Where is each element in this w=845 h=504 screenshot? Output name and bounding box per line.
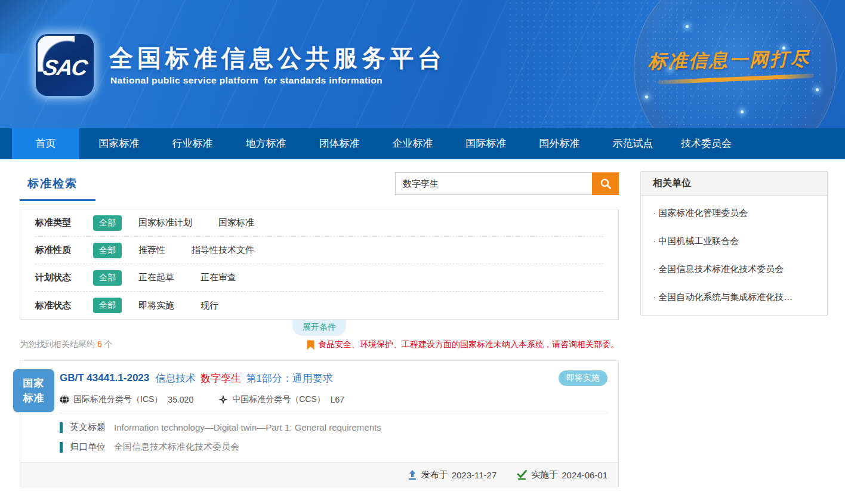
spark-decoration [741,110,744,113]
spark-decoration [686,25,689,28]
system-notice: 食品安全、环境保护、工程建设方面的国家标准未纳入本系统，请咨询相关部委。 [307,339,619,350]
filter-option[interactable]: 指导性技术文件 [192,245,254,256]
publish-upload-icon [408,470,417,480]
standard-code-link[interactable]: GB/T 43441.1-2023 [60,372,149,384]
implement-date-group: 实施于 2024-06-01 [517,469,607,481]
results-meta-row: 为您找到相关结果约6个 食品安全、环境保护、工程建设方面的国家标准未纳入本系统，… [20,339,619,350]
standard-title-suffix[interactable]: 第1部分：通用要求 [246,372,332,385]
english-title-value: Information technology—Digital twin—Part… [114,422,381,432]
card-separator [60,413,607,413]
search-group [395,172,619,195]
publish-date: 2023-11-27 [452,470,497,480]
nav-item-national-standards[interactable]: 国家标准 [85,128,153,159]
filter-label: 标准类型 [35,217,93,228]
filter-option[interactable]: 国家标准计划 [138,217,192,228]
ccs-label: 中国标准分类号（CCS） [232,394,325,405]
filter-box: 标准类型 全部 国家标准计划 国家标准 标准性质 全部 推荐性 指导性技术文件 … [20,209,619,320]
related-unit-link[interactable]: 全国信息技术标准化技术委员会 [641,255,827,283]
english-title-label: 英文标题 [70,422,106,433]
result-count: 为您找到相关结果约6个 [20,339,113,350]
search-icon [600,178,612,190]
header-slogan: 标准信息一网打尽 [648,47,811,75]
globe-icon [60,395,69,404]
bookmark-icon [307,340,314,350]
nav-item-home[interactable]: 首页 [12,128,79,159]
result-count-suffix: 个 [104,339,113,349]
filter-selected-all-badge[interactable]: 全部 [93,215,122,231]
filter-option[interactable]: 推荐性 [138,245,165,256]
nav-item-pilot[interactable]: 示范试点 [599,128,667,159]
filter-row-standard-status: 标准状态 全部 即将实施 现行 [35,292,603,319]
filter-label: 标准性质 [35,245,93,256]
filter-option[interactable]: 正在审查 [201,272,236,283]
search-section: 标准检索 [20,171,619,201]
filter-label: 计划状态 [35,272,93,283]
filter-label: 标准状态 [35,300,93,311]
implement-label: 实施于 [531,469,558,481]
teal-bar-decoration [60,422,63,433]
publish-label: 发布于 [421,469,448,481]
spark-decoration [645,95,648,98]
committee-row: 归口单位 全国信息技术标准化技术委员会 [60,441,607,453]
related-unit-link[interactable]: 全国自动化系统与集成标准化技… [641,283,827,311]
site-header: SAC 全国标准信息公共服务平台 National public service… [0,0,845,128]
section-title-standard-search: 标准检索 [20,171,95,201]
sac-logo[interactable]: SAC [36,34,94,96]
nav-item-local-standards[interactable]: 地方标准 [232,128,300,159]
nav-item-industry-standards[interactable]: 行业标准 [159,128,226,159]
notice-text: 食品安全、环境保护、工程建设方面的国家标准未纳入本系统，请咨询相关部委。 [318,339,619,350]
nav-item-foreign-standards[interactable]: 国外标准 [526,128,593,159]
sidebar: 相关单位 国家标准化管理委员会 中国机械工业联合会 全国信息技术标准化技术委员会… [640,171,828,487]
english-title-row: 英文标题 Information technology—Digital twin… [60,422,607,433]
implement-check-icon [517,470,527,480]
committee-label: 归口单位 [70,441,106,453]
related-units-list: 国家标准化管理委员会 中国机械工业联合会 全国信息技术标准化技术委员会 全国自动… [641,196,827,315]
related-units-title: 相关单位 [641,172,827,196]
search-input[interactable] [395,172,592,195]
spark-decoration [816,88,819,91]
ics-value: 35.020 [168,395,193,404]
filter-option[interactable]: 现行 [201,300,218,311]
main-nav: 首页 国家标准 行业标准 地方标准 团体标准 企业标准 国际标准 国外标准 示范… [0,128,845,159]
filter-option[interactable]: 正在起草 [138,272,174,283]
sac-logo-text: SAC [34,55,95,81]
site-title: 全国标准信息公共服务平台 [109,42,446,75]
standard-result-card: 国家 标准 GB/T 43441.1-2023 信息技术 数字孪生 第1部分：通… [20,360,619,487]
ccs-group: 中国标准分类号（CCS） L67 [218,394,344,405]
type-badge-line2: 标准 [23,391,45,406]
nav-item-enterprise-standards[interactable]: 企业标准 [379,128,446,159]
filter-row-plan-status: 计划状态 全部 正在起草 正在审查 [35,264,603,292]
card-footer: 发布于 2023-11-27 实施于 2024-06-01 [20,462,618,487]
filter-selected-all-badge[interactable]: 全部 [93,243,122,258]
filter-row-standard-nature: 标准性质 全部 推荐性 指导性技术文件 [35,237,603,264]
site-subtitle: National public service platform for sta… [110,75,383,86]
result-count-prefix: 为您找到相关结果约 [20,339,95,349]
type-badge-line1: 国家 [23,376,45,391]
filter-option[interactable]: 即将实施 [138,300,174,311]
standard-title-highlight[interactable]: 数字孪生 [201,372,241,385]
related-unit-link[interactable]: 国家标准化管理委员会 [641,199,827,227]
standard-title-prefix[interactable]: 信息技术 [155,372,196,385]
filter-row-standard-type: 标准类型 全部 国家标准计划 国家标准 [35,209,603,237]
result-count-number: 6 [97,339,102,349]
related-unit-link[interactable]: 中国机械工业联合会 [641,227,827,255]
national-standard-type-badge: 国家 标准 [13,369,54,412]
expand-conditions-button[interactable]: 展开条件 [292,320,346,336]
related-units-panel: 相关单位 国家标准化管理委员会 中国机械工业联合会 全国信息技术标准化技术委员会… [640,171,828,316]
card-head: GB/T 43441.1-2023 信息技术 数字孪生 第1部分：通用要求 即将… [20,361,618,405]
filter-selected-all-badge[interactable]: 全部 [93,270,122,286]
nav-item-technical-committee[interactable]: 技术委员会 [673,128,740,159]
ics-label: 国际标准分类号（ICS） [73,394,162,405]
nav-item-international-standards[interactable]: 国际标准 [452,128,520,159]
status-badge-upcoming: 即将实施 [559,370,607,386]
filter-selected-all-badge[interactable]: 全部 [93,298,122,313]
filter-option[interactable]: 国家标准 [218,217,254,228]
compass-icon [218,395,228,404]
nav-item-group-standards[interactable]: 团体标准 [306,128,373,159]
committee-value: 全国信息技术标准化技术委员会 [114,441,239,453]
main-nav-list: 首页 国家标准 行业标准 地方标准 团体标准 企业标准 国际标准 国外标准 示范… [0,128,845,159]
search-button[interactable] [592,172,619,195]
page-content: 标准检索 标准类型 全部 国家标准计划 国家标准 标准性质 全部 推荐性 [0,159,845,487]
ccs-value: L67 [331,395,344,404]
card-title-row: GB/T 43441.1-2023 信息技术 数字孪生 第1部分：通用要求 即将… [60,370,607,386]
